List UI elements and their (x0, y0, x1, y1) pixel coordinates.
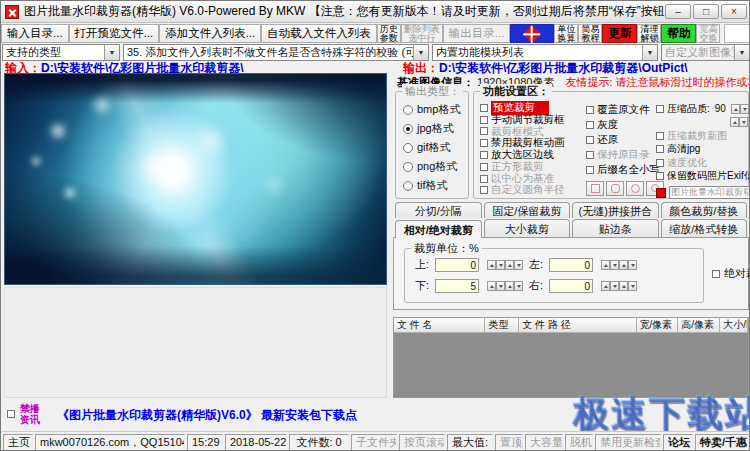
image-preview[interactable] (4, 73, 387, 285)
history-params-button[interactable]: 历史 参数 (377, 24, 401, 43)
crop-right-input[interactable]: 0 (549, 279, 593, 293)
crop-right-spinner[interactable] (601, 281, 637, 291)
input-dir-button[interactable]: 输入目录... (1, 24, 69, 43)
update-button[interactable]: 更新 (602, 24, 637, 43)
checkbox-icon[interactable] (656, 105, 664, 113)
path-row: 输入：D:\安装软件\亿彩图片批量水印裁剪器\ 输出：D:\安装软件\亿彩图片批… (1, 60, 750, 73)
spin-down-icon[interactable] (739, 117, 748, 127)
file-table-body[interactable] (394, 333, 748, 397)
radio-icon[interactable] (403, 105, 413, 115)
check-keep-exif[interactable]: 保留数码照片Exif信息 (656, 170, 748, 184)
file-table: 文 件 名 类型 文 件 路 径 宽/像素 高/像素 大小/Kb (393, 317, 749, 398)
checkbox-icon[interactable] (656, 145, 664, 153)
news-checkbox[interactable] (7, 410, 15, 418)
crop-top-input[interactable]: 0 (435, 258, 479, 272)
tab-split[interactable]: 分切/分隔 (395, 202, 482, 218)
checkbox-icon[interactable] (480, 104, 488, 112)
add-files-button[interactable]: 添加文件入列表... (159, 24, 261, 43)
help-button[interactable]: 帮助 (661, 24, 696, 43)
tab-color-crop-replace[interactable]: 颜色裁剪/替换 (661, 202, 748, 218)
sale-button[interactable]: 特卖/千惠 (695, 434, 749, 451)
tab-size-crop[interactable]: 大小裁剪 (484, 219, 571, 237)
checkbox-icon[interactable] (586, 106, 594, 114)
offline-toggle[interactable]: 脱机 (565, 434, 593, 451)
col-filepath[interactable]: 文 件 路 径 (519, 318, 636, 333)
checkbox-icon[interactable] (656, 172, 664, 180)
crop-bottom-spinner[interactable] (487, 281, 523, 291)
radio-gif[interactable]: gif格式 (403, 138, 468, 157)
col-type[interactable]: 类型 (485, 318, 519, 333)
corner-rounded-button[interactable] (606, 181, 624, 196)
check-absolute-crop[interactable]: 绝对裁剪 (712, 266, 750, 281)
home-button[interactable]: 主页 (3, 434, 33, 451)
preview-empty-panel (4, 287, 387, 398)
pin-top-toggle[interactable]: 置顶 (495, 434, 523, 451)
option-35-combo[interactable]: 35. 添加文件入列表时不做文件名是否含特殊字符的校验 (可加快加载速度 ▼ (123, 44, 429, 61)
close-button[interactable]: × (721, 4, 747, 19)
radio-icon[interactable] (403, 124, 413, 134)
check-overwrite-original[interactable]: 覆盖原文件 (586, 102, 664, 117)
func-col1: 预览裁剪 手动调节裁剪框 裁剪框模式 禁用裁剪框动画 放大选区边线 正方形裁剪 … (480, 102, 588, 196)
check-lowercase-extension[interactable]: 后缀名全小写 (586, 163, 664, 178)
checkbox-icon[interactable] (480, 139, 488, 147)
open-preview-file-button[interactable]: 打开预览文件... (69, 24, 160, 43)
radio-icon[interactable] (403, 143, 413, 153)
restore-button[interactable]: □ (693, 4, 719, 19)
subfolder-toggle[interactable]: 子文件夹 (351, 434, 397, 451)
chevron-down-icon[interactable]: ▼ (104, 45, 119, 60)
checkbox-icon[interactable] (480, 151, 488, 159)
quality-spinner[interactable] (731, 104, 749, 114)
checkbox-icon[interactable] (586, 136, 594, 144)
check-restore[interactable]: 还原 (586, 132, 664, 147)
cleanup-unlock-button[interactable]: 清理 解锁 (637, 24, 661, 43)
spin-up-icon[interactable] (730, 117, 739, 127)
crop-bottom-input[interactable]: 5 (435, 279, 479, 293)
checkbox-icon[interactable] (586, 121, 594, 129)
radio-tif[interactable]: tif格式 (403, 176, 468, 195)
tab-fixed-keep-crop[interactable]: 固定/保留裁剪 (484, 202, 571, 218)
tab-seamless-stitch[interactable]: (无缝)拼接拼合 (572, 202, 659, 218)
chevron-down-icon[interactable]: ▼ (413, 45, 428, 60)
check-grayscale[interactable]: 灰度 (586, 117, 664, 132)
tab-relative-absolute-crop[interactable]: 相对/绝对裁剪 (395, 220, 482, 238)
forum-button[interactable]: 论坛 (663, 434, 693, 451)
spin-down-icon[interactable] (740, 104, 749, 114)
quality-spinner-fine[interactable] (656, 116, 748, 130)
radio-bmp[interactable]: bmp格式 (403, 100, 468, 119)
tab-scale-format[interactable]: 缩放/格式转换 (661, 219, 748, 237)
download-link[interactable]: 《图片批量水印裁剪器(精华版)V6.0》 最新安装包下载点 (57, 407, 357, 424)
radio-png[interactable]: png格式 (403, 157, 468, 176)
watermark-text-input[interactable] (669, 186, 750, 199)
crop-left-spinner[interactable] (601, 260, 637, 270)
supported-types-combo[interactable]: 支持的类型 ▼ (2, 44, 120, 61)
check-hd-jpg[interactable]: 高清jpg (656, 143, 748, 157)
col-filename[interactable]: 文 件 名 (394, 318, 485, 333)
col-height[interactable]: 高/像素 (678, 318, 720, 333)
radio-icon[interactable] (403, 181, 413, 191)
check-compress-quality[interactable]: 压缩品质: 90 (656, 102, 748, 116)
minimize-button[interactable]: – (665, 4, 691, 19)
corner-circle-button[interactable] (626, 181, 644, 196)
large-capacity-toggle[interactable]: 大容量 (525, 434, 563, 451)
chevron-down-icon[interactable]: ▼ (642, 45, 657, 60)
checkbox-icon[interactable] (586, 166, 594, 174)
col-size[interactable]: 大小/Kb (720, 318, 748, 333)
checkbox-icon[interactable] (480, 116, 488, 124)
color-swatch[interactable] (656, 188, 666, 198)
mkw-logo-icon[interactable] (510, 24, 554, 43)
disable-update-check-toggle[interactable]: 禁用更新检查 (595, 434, 661, 451)
unit-convert-button[interactable]: 单位 换算 (554, 24, 578, 43)
spin-up-icon[interactable] (731, 104, 740, 114)
autoload-files-button[interactable]: 自动载入文件入列表 (261, 24, 377, 43)
corner-square-button[interactable] (586, 181, 604, 196)
page-scroll-toggle[interactable]: 按页滚动 (399, 434, 445, 451)
crop-left-input[interactable]: 0 (549, 258, 593, 272)
tutorial-button[interactable]: 简易 教程 (578, 24, 602, 43)
radio-icon[interactable] (403, 162, 413, 172)
checkbox-icon[interactable] (712, 270, 720, 278)
crop-top-spinner[interactable] (487, 260, 523, 270)
tab-edge-strip[interactable]: 贴边条 (572, 219, 659, 237)
col-width[interactable]: 宽/像素 (637, 318, 679, 333)
builtin-modules-combo[interactable]: 内置功能模块列表 ▼ (432, 44, 658, 61)
radio-jpg[interactable]: jpg格式 (403, 119, 468, 138)
